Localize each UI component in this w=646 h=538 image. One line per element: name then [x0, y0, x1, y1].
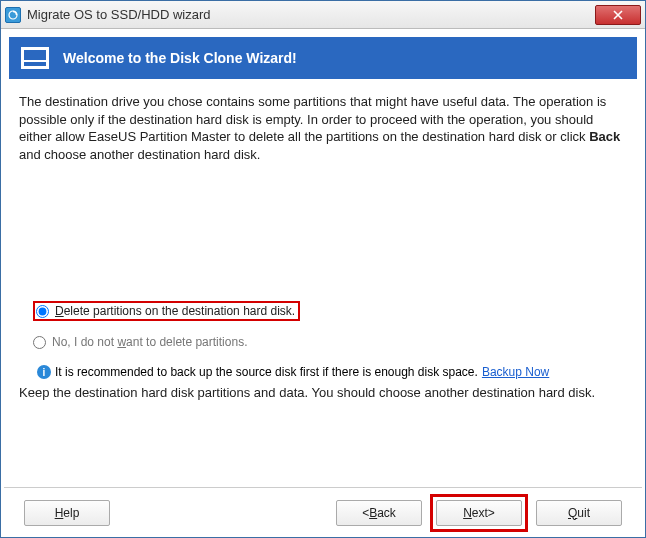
radio-keep-label: No, I do not want to delete partitions.: [52, 335, 247, 349]
banner-title: Welcome to the Disk Clone Wizard!: [63, 50, 297, 66]
option-delete-highlight: Delete partitions on the destination har…: [33, 301, 300, 321]
info-icon: i: [37, 365, 51, 379]
close-icon: [613, 10, 623, 20]
titlebar: Migrate OS to SSD/HDD wizard: [1, 1, 645, 29]
radio-options: Delete partitions on the destination har…: [33, 301, 627, 349]
backup-now-link[interactable]: Backup Now: [482, 365, 549, 379]
recommendation-row: i It is recommended to back up the sourc…: [37, 365, 627, 379]
button-bar: Help <Back Next> Quit: [4, 487, 642, 537]
intro-part1: The destination drive you chose contains…: [19, 94, 606, 144]
help-button[interactable]: Help: [24, 500, 110, 526]
back-button[interactable]: <Back: [336, 500, 422, 526]
radio-delete-label: Delete partitions on the destination har…: [55, 304, 295, 318]
recommendation-text: It is recommended to back up the source …: [55, 365, 478, 379]
wizard-banner: Welcome to the Disk Clone Wizard!: [9, 37, 637, 79]
next-button-highlight: Next>: [430, 494, 528, 532]
intro-text: The destination drive you chose contains…: [19, 93, 627, 163]
content-area: The destination drive you chose contains…: [1, 87, 645, 487]
close-button[interactable]: [595, 5, 641, 25]
window-title: Migrate OS to SSD/HDD wizard: [27, 7, 595, 22]
app-icon: [5, 7, 21, 23]
keep-note: Keep the destination hard disk partition…: [19, 385, 627, 400]
intro-part2: and choose another destination hard disk…: [19, 147, 260, 162]
radio-keep[interactable]: [33, 336, 46, 349]
option-keep-row: No, I do not want to delete partitions.: [33, 335, 627, 349]
disk-icon: [21, 47, 49, 69]
quit-button[interactable]: Quit: [536, 500, 622, 526]
next-button[interactable]: Next>: [436, 500, 522, 526]
radio-delete[interactable]: [36, 305, 49, 318]
option-delete-row: Delete partitions on the destination har…: [33, 301, 627, 321]
intro-back-word: Back: [589, 129, 620, 144]
